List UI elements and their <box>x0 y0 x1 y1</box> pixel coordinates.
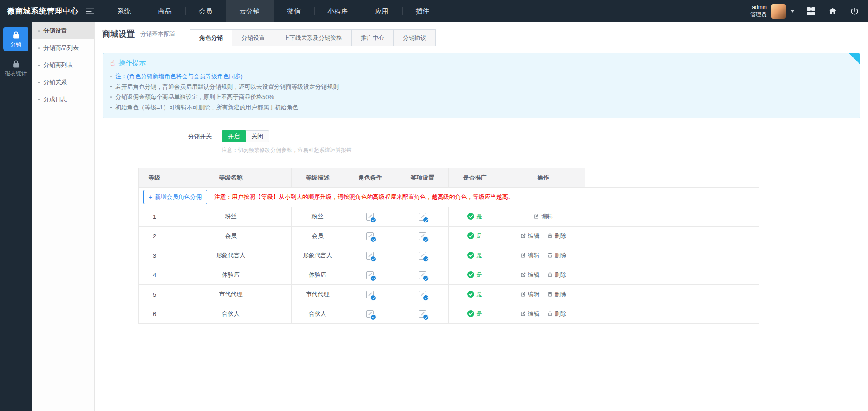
table-notice-row: 新增会员角色分佣 注意：用户按照【等级】从小到大的顺序升级，请按照角色的高级程度… <box>139 188 759 207</box>
prize-setting-icon[interactable] <box>419 252 426 260</box>
nav-item-wechat[interactable]: 微信 <box>274 0 314 22</box>
prize-setting-cell <box>396 227 449 246</box>
switch-note: 注意：切勿频繁修改分佣参数，容易引起系统运算报错 <box>222 146 868 154</box>
nav-item-miniprogram[interactable]: 小程序 <box>314 0 362 22</box>
edit-button[interactable]: 编辑 <box>520 251 540 260</box>
app-window: 微商城系统管理中心 系统 商品 会员 云分销 微信 小程序 应用 插件 admi… <box>0 0 868 411</box>
empty-cell <box>585 227 759 246</box>
col-role-condition: 角色条件 <box>344 168 396 188</box>
sidebar-item-distribution-settings[interactable]: 分销设置 <box>32 22 94 39</box>
tab-upline-downline[interactable]: 上下线关系及分销资格 <box>274 29 352 46</box>
tab-distribution-agreement[interactable]: 分销协议 <box>393 29 436 46</box>
actions-cell: 编辑删除 <box>501 246 585 265</box>
apps-icon[interactable] <box>807 7 816 16</box>
tip-line: 若开启角色分销，普通会员启用默认分销规则，还可以去设置分销商等级设定分销规则 <box>110 81 853 92</box>
check-badge-icon <box>423 295 429 301</box>
prize-setting-cell <box>396 246 449 265</box>
empty-cell <box>585 246 759 265</box>
promote-cell: 是 <box>449 207 501 227</box>
power-icon[interactable] <box>850 7 859 16</box>
edit-button[interactable]: 编辑 <box>520 232 540 240</box>
menu-icon[interactable] <box>86 8 95 15</box>
prize-setting-icon[interactable] <box>419 271 426 279</box>
rail-item-report-stats[interactable]: 报表统计 <box>3 56 28 80</box>
promote-cell: 是 <box>449 304 501 324</box>
top-right-area: admin 管理员 <box>750 4 868 19</box>
prize-setting-icon[interactable] <box>419 310 426 318</box>
check-badge-icon <box>423 275 429 281</box>
nav-item-system[interactable]: 系统 <box>104 0 145 22</box>
empty-cell <box>585 265 759 285</box>
promote-flag: 是 <box>476 213 482 220</box>
edit-button[interactable]: 编辑 <box>520 290 540 298</box>
table-header-row: 等级 等级名称 等级描述 角色条件 奖项设置 是否推广 操作 <box>139 168 759 188</box>
level-cell: 5 <box>139 285 170 304</box>
prize-setting-icon[interactable] <box>419 232 426 240</box>
delete-button[interactable]: 删除 <box>547 310 566 318</box>
role-condition-cell <box>344 265 396 285</box>
promote-flag: 是 <box>476 271 482 278</box>
tip-text: 若开启角色分销，普通会员启用默认分销规则，还可以去设置分销商等级设定分销规则 <box>115 81 339 92</box>
add-role-button[interactable]: 新增会员角色分佣 <box>143 190 207 204</box>
switch-off-button[interactable]: 关闭 <box>246 130 269 142</box>
hand-point-icon <box>110 59 115 67</box>
sidebar: 分销设置 分销商品列表 分销商列表 分销关系 分成日志 <box>32 22 95 411</box>
nav-item-cloud-distribution[interactable]: 云分销 <box>226 0 274 22</box>
nav-item-goods[interactable]: 商品 <box>145 0 185 22</box>
delete-label: 删除 <box>555 290 566 298</box>
role-condition-icon[interactable] <box>366 252 374 260</box>
promote-flag: 是 <box>476 291 482 298</box>
sidebar-item-distribution-relations[interactable]: 分销关系 <box>32 74 94 91</box>
sidebar-item-distributor-list[interactable]: 分销商列表 <box>32 57 94 74</box>
rail-item-distribution[interactable]: 分销 <box>3 27 28 51</box>
table-notice-text: 注意：用户按照【等级】从小到大的顺序升级，请按照角色的高级程度来配置角色，越高级… <box>214 194 514 200</box>
edit-label: 编辑 <box>528 271 540 279</box>
avatar[interactable] <box>771 4 786 19</box>
edit-button[interactable]: 编辑 <box>533 213 553 221</box>
nav-item-plugins[interactable]: 插件 <box>402 0 443 22</box>
role-condition-icon[interactable] <box>366 213 374 221</box>
tip-line: 注：(角色分销新增角色将会与会员等级角色同步) <box>110 71 853 81</box>
sidebar-item-distribution-goods-list[interactable]: 分销商品列表 <box>32 39 94 57</box>
edit-button[interactable]: 编辑 <box>520 310 540 318</box>
role-condition-icon[interactable] <box>366 232 374 240</box>
prize-setting-icon[interactable] <box>419 291 426 298</box>
delete-button[interactable]: 删除 <box>547 251 566 260</box>
check-badge-icon <box>423 256 429 262</box>
check-badge-icon <box>370 256 376 262</box>
delete-button[interactable]: 删除 <box>547 271 566 279</box>
delete-button[interactable]: 删除 <box>547 290 566 298</box>
tip-text: 注：(角色分销新增角色将会与会员等级角色同步) <box>115 71 243 81</box>
tab-promotion-center[interactable]: 推广中心 <box>351 29 394 46</box>
nav-item-apps[interactable]: 应用 <box>362 0 402 22</box>
switch-on-button[interactable]: 开启 <box>222 130 246 142</box>
edit-button[interactable]: 编辑 <box>520 271 540 279</box>
level-name-cell: 粉丝 <box>170 207 292 227</box>
prize-setting-icon[interactable] <box>419 213 426 221</box>
bullet-dot <box>38 65 40 66</box>
home-icon[interactable] <box>828 7 837 16</box>
table-row: 1粉丝粉丝是编辑 <box>139 207 759 227</box>
edit-label: 编辑 <box>528 232 540 240</box>
tab-role-distribution[interactable]: 角色分销 <box>190 29 232 46</box>
tab-distribution-settings[interactable]: 分销设置 <box>232 29 274 46</box>
delete-button[interactable]: 删除 <box>547 232 566 240</box>
col-level-desc: 等级描述 <box>292 168 344 188</box>
sidebar-item-commission-log[interactable]: 分成日志 <box>32 91 94 108</box>
bullet-dot <box>38 47 40 49</box>
check-circle-icon <box>467 252 474 259</box>
chevron-down-icon[interactable] <box>790 10 795 13</box>
tip-line: 分销返佣金额每个商品单独设定，原则上不高于商品价格50% <box>110 92 853 102</box>
delete-label: 删除 <box>555 310 566 318</box>
nav-item-members[interactable]: 会员 <box>185 0 226 22</box>
table-row: 2会员会员是编辑删除 <box>139 227 759 246</box>
role-condition-icon[interactable] <box>366 291 374 298</box>
promote-flag: 是 <box>476 310 482 317</box>
tips-title-row: 操作提示 <box>110 59 853 67</box>
delete-label: 删除 <box>555 271 566 279</box>
actions-cell: 编辑删除 <box>501 285 585 304</box>
ribbon-corner <box>849 53 860 64</box>
role-condition-icon[interactable] <box>366 310 374 318</box>
role-condition-icon[interactable] <box>366 271 374 279</box>
switch-label: 分销开关 <box>95 132 212 141</box>
